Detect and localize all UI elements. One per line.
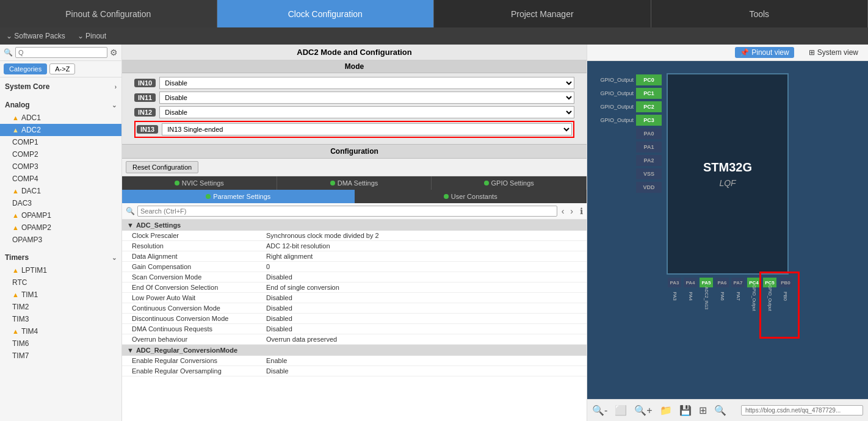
section-header-system-core[interactable]: System Core › [0,80,121,93]
in13-badge: IN13 [137,125,158,134]
params-group-adc-regular[interactable]: ▼ ADC_Regular_ConversionMode [122,345,587,356]
params-group-adc-settings[interactable]: ▼ ADC_Settings [122,220,587,231]
tab-clock-config-label: Clock Configuration [288,9,363,19]
clock-prescaler-label: Clock Prescaler [132,232,266,239]
save-btn[interactable]: 💾 [679,405,692,416]
grid-btn[interactable]: ⊞ [699,405,707,416]
sidebar-item-adc2[interactable]: ▲ ADC2 [0,124,121,136]
system-core-arrow: › [115,84,117,90]
folder-btn[interactable]: 📁 [660,405,672,416]
sidebar-item-tim2[interactable]: TIM2 [0,301,121,313]
sidebar-item-dac3[interactable]: DAC3 [0,197,121,209]
sidebar-item-tim6[interactable]: TIM6 [0,337,121,350]
adc1-warn-icon: ▲ [12,114,19,121]
sidebar-item-opamp3[interactable]: OPAMP3 [0,234,121,246]
tab-user-constants[interactable]: User Constants [355,190,587,203]
comp4-label: COMP4 [12,175,38,183]
pin-label-adc2-in13: ADC2_IN13 [704,280,709,317]
resolution-value: ADC 12-bit resolution [266,242,582,250]
tab-parameter-settings[interactable]: Parameter Settings [122,190,355,203]
filter-tab-atoz[interactable]: A->Z [49,63,75,74]
chip-sub-label: LQF [719,178,736,188]
pin-col-pa4: PA4 PA4 [682,278,698,299]
overrun-behaviour-label: Overrun behaviour [132,336,266,343]
row-dma-continuous: DMA Continuous Requests Disabled [122,324,587,334]
section-timers: Timers ⌄ ▲ LPTIM1 RTC ▲ TIM1 TIM2 [0,248,121,364]
pin-box-pa2: PA2 [636,155,662,166]
gear-icon[interactable]: ⚙ [110,48,118,57]
pin-row-pa1: PA1 [587,140,662,154]
sidebar-item-opamp1[interactable]: ▲ OPAMP1 [0,209,121,221]
in13-select[interactable]: IN13 Single-ended [162,123,572,135]
dropdown-row-in11: IN11 Disable [134,92,574,104]
sidebar-item-dac1[interactable]: ▲ DAC1 [0,185,121,197]
pin-label-pa6: PA6 [720,292,725,301]
zoom-out-btn[interactable]: 🔍- [592,405,607,416]
url-bar[interactable] [741,405,863,416]
in11-select[interactable]: Disable [159,92,574,104]
gpio-label-pc2: GPIO_Output [587,104,636,110]
sidebar-item-lptim1[interactable]: ▲ LPTIM1 [0,264,121,276]
tim4-warn-icon: ▲ [12,328,19,335]
in12-select[interactable]: Disable [159,106,574,118]
section-header-analog[interactable]: Analog ⌄ [0,98,121,112]
comp3-label: COMP3 [12,162,38,171]
pin-col-pc5: PC5 GPIO_Output [762,278,778,300]
low-power-auto-wait-value: Disabled [266,294,582,301]
software-packs-btn[interactable]: ⌄ Software Packs [6,32,65,40]
adc-regular-group-label: ADC_Regular_ConversionMode [136,347,237,354]
pin-row-pc1: GPIO_Output PC1 [587,87,662,100]
search-input[interactable] [15,47,107,58]
pin-col-pa7: PA7 PA7 [730,278,746,299]
enable-regular-label: Enable Regular Conversions [132,357,266,364]
tab-tools[interactable]: Tools [651,0,869,27]
filter-tab-categories[interactable]: Categories [4,63,47,74]
opamp2-label: OPAMP2 [21,223,51,232]
tab-pinout-config-label: Pinout & Configuration [65,9,151,19]
prev-result-btn[interactable]: ‹ [560,206,566,216]
sidebar-item-opamp2[interactable]: ▲ OPAMP2 [0,221,121,234]
info-icon[interactable]: ℹ [580,206,583,216]
gain-compensation-value: 0 [266,263,582,270]
in10-select[interactable]: Disable [159,77,574,89]
sidebar-item-rtc[interactable]: RTC [0,276,121,289]
tab-pinout-config[interactable]: Pinout & Configuration [0,0,217,27]
sidebar-item-comp1[interactable]: COMP1 [0,136,121,148]
tab-nvic-settings[interactable]: NVIC Settings [122,176,277,190]
tab-system-view[interactable]: ⊞ System view [804,47,863,58]
comp2-label: COMP2 [12,150,38,159]
adc2-label: ADC2 [21,126,41,134]
row-clock-prescaler: Clock Prescaler Synchronous clock mode d… [122,231,587,241]
enable-oversampling-value: Disable [266,367,582,375]
adc-settings-group-label: ADC_Settings [136,221,181,229]
pinout-view-label: Pinout view [751,48,789,57]
sidebar-item-comp3[interactable]: COMP3 [0,160,121,173]
discontinuous-conversion-value: Disabled [266,315,582,322]
sidebar-item-tim1[interactable]: ▲ TIM1 [0,289,121,301]
sidebar-item-comp2[interactable]: COMP2 [0,148,121,160]
continuous-conversion-value: Disabled [266,304,582,312]
data-alignment-value: Right alignment [266,253,582,260]
zoom-in-btn[interactable]: 🔍+ [634,405,652,416]
tab-pinout-view[interactable]: 📌 Pinout view [735,47,794,58]
sidebar-item-tim4[interactable]: ▲ TIM4 [0,325,121,337]
next-result-btn[interactable]: › [568,206,575,216]
fit-btn[interactable]: ⬜ [615,405,627,416]
sidebar-item-tim7[interactable]: TIM7 [0,350,121,362]
tab-dma-settings[interactable]: DMA Settings [277,176,432,190]
sidebar-item-adc1[interactable]: ▲ ADC1 [0,112,121,124]
search-btn[interactable]: 🔍 [714,405,726,416]
tab-project-manager[interactable]: Project Manager [434,0,651,27]
tab-clock-config[interactable]: Clock Configuration [217,0,435,27]
top-navigation: Pinout & Configuration Clock Configurati… [0,0,868,27]
config-section: Configuration Reset Configuration NVIC S… [122,144,587,421]
pinout-btn[interactable]: ⌄ Pinout [78,32,106,40]
sidebar-item-tim3[interactable]: TIM3 [0,313,121,325]
tab-gpio-settings[interactable]: GPIO Settings [432,176,587,190]
reset-config-button[interactable]: Reset Configuration [126,161,198,173]
param-search-input[interactable] [137,206,557,217]
system-view-icon: ⊞ [809,48,815,57]
pinout-label: ⌄ Pinout [78,32,106,40]
sidebar-item-comp4[interactable]: COMP4 [0,173,121,185]
section-header-timers[interactable]: Timers ⌄ [0,251,121,264]
